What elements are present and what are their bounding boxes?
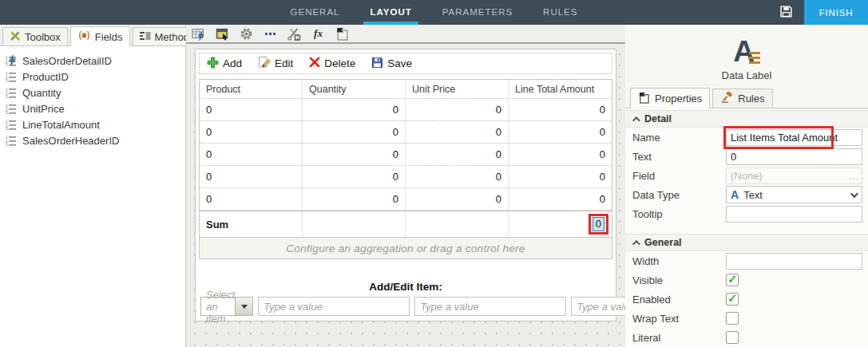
list-view-control: Add Edit Delete: [195, 49, 616, 321]
width-label: Width: [632, 255, 723, 267]
annotation-box: 0: [589, 214, 608, 235]
value-input-2[interactable]: [414, 297, 566, 316]
canvas-surface[interactable]: Add Edit Delete: [186, 44, 625, 347]
tab-properties[interactable]: Properties: [630, 88, 710, 108]
field-item-quantity[interactable]: 123 Quantity: [4, 85, 185, 101]
cell-product[interactable]: 0: [200, 144, 303, 165]
field-more-ellipsis[interactable]: ...: [849, 170, 858, 182]
column-header-unit-price[interactable]: Unit Price: [406, 80, 509, 98]
numbered-field-icon: 123: [6, 103, 18, 114]
field-item-salesorderheaderid[interactable]: 123 SalesOrderHeaderID: [4, 132, 185, 148]
field-label: SalesOrderDetailID: [22, 55, 112, 67]
cell-line-total[interactable]: 0: [509, 166, 612, 187]
cell-quantity[interactable]: 0: [303, 144, 406, 165]
width-input[interactable]: [726, 253, 862, 270]
cell-unit-price[interactable]: 0: [406, 99, 509, 120]
more-options-icon[interactable]: [264, 27, 277, 41]
field-item-salesorderdetailid[interactable]: 123 SalesOrderDetailID: [4, 53, 185, 69]
cell-quantity[interactable]: 0: [303, 121, 406, 143]
edit-pencil-icon: [258, 56, 271, 71]
properties-content: Detail Name Text Field: [625, 108, 868, 347]
numbered-field-icon: 123: [6, 71, 18, 82]
methods-icon: [140, 31, 151, 43]
property-row-tooltip: Tooltip: [625, 204, 868, 223]
cell-product[interactable]: 0: [200, 121, 303, 143]
row-save-button[interactable]: Save: [371, 57, 412, 71]
tab-rules[interactable]: RULES: [543, 0, 577, 25]
tab-toolbox[interactable]: Toolbox: [2, 27, 68, 45]
text-input[interactable]: [726, 148, 862, 165]
tooltip-input[interactable]: [726, 206, 862, 223]
fields-list: 123 SalesOrderDetailID 123 ProductID 123…: [0, 46, 185, 347]
wrap-text-label: Wrap Text: [632, 313, 723, 325]
visible-checkbox[interactable]: [726, 274, 739, 286]
cell-line-total[interactable]: 0: [509, 144, 612, 165]
tab-rules-panel[interactable]: Rules: [712, 89, 772, 108]
section-detail[interactable]: Detail: [625, 110, 868, 128]
sum-row: Sum 0: [200, 211, 612, 238]
dropdown-arrow-button[interactable]: [235, 298, 252, 315]
field-item-unitprice[interactable]: 123 UnitPrice: [4, 101, 185, 116]
value-input-1[interactable]: [258, 297, 410, 316]
cell-line-total[interactable]: 0: [509, 99, 612, 120]
field-item-linetotalamount[interactable]: 123 LineTotalAmount: [4, 116, 185, 132]
cell-product[interactable]: 0: [200, 166, 303, 187]
settings-gear-icon[interactable]: [240, 27, 253, 41]
numbered-field-key-icon: 123: [6, 55, 18, 66]
properties-tabs: Properties Rules: [625, 81, 868, 108]
cell-unit-price[interactable]: 0: [406, 121, 509, 143]
tab-fields[interactable]: Fields: [70, 26, 130, 46]
enabled-checkbox[interactable]: [726, 293, 739, 306]
item-select-placeholder: Select an item: [201, 298, 235, 315]
delete-button[interactable]: Delete: [309, 57, 355, 70]
cell-quantity[interactable]: 0: [303, 166, 406, 187]
add-button[interactable]: Add: [207, 57, 242, 71]
sum-total-data-label[interactable]: 0: [593, 217, 604, 231]
literal-checkbox[interactable]: [726, 331, 739, 344]
column-header-quantity[interactable]: Quantity: [303, 80, 406, 98]
tab-general[interactable]: GENERAL: [291, 0, 340, 25]
chevron-down-icon: [850, 190, 858, 198]
edit-button[interactable]: Edit: [258, 56, 293, 71]
change-control-icon[interactable]: [287, 27, 301, 41]
cell-quantity[interactable]: 0: [303, 188, 406, 210]
name-input[interactable]: [726, 129, 862, 146]
cell-line-total[interactable]: 0: [509, 188, 612, 210]
svg-text:3: 3: [6, 95, 8, 98]
table-row: 0 0 0 0: [200, 121, 612, 144]
section-general[interactable]: General: [625, 234, 868, 251]
property-row-visible: Visible: [625, 270, 868, 290]
add-edit-item-label: Add/Edit Item:: [199, 281, 612, 293]
paste-icon[interactable]: [335, 27, 349, 41]
main-area: Toolbox Fields Methods: [0, 25, 868, 347]
sum-cell-empty[interactable]: [303, 211, 406, 237]
column-header-line-total[interactable]: Line Total Amount: [509, 80, 612, 98]
cell-quantity[interactable]: 0: [303, 99, 406, 120]
cell-unit-price[interactable]: 0: [406, 188, 509, 210]
column-header-product[interactable]: Product: [200, 80, 303, 98]
cell-product[interactable]: 0: [200, 99, 303, 120]
datatype-select[interactable]: A Text: [726, 186, 862, 203]
tab-parameters[interactable]: PARAMETERS: [442, 0, 513, 25]
wrap-text-checkbox[interactable]: [726, 312, 739, 325]
generate-view-icon[interactable]: [192, 27, 205, 41]
save-button[interactable]: [768, 0, 804, 25]
edit-view-icon[interactable]: [216, 27, 229, 41]
chevron-down-icon: [241, 305, 248, 309]
expression-fx-icon[interactable]: fx: [311, 27, 325, 41]
top-navigation-bar: GENERAL LAYOUT PARAMETERS RULES FINISH: [0, 0, 868, 25]
cell-unit-price[interactable]: 0: [406, 144, 509, 165]
datatype-value: Text: [743, 189, 846, 201]
field-item-productid[interactable]: 123 ProductID: [4, 69, 185, 85]
cell-unit-price[interactable]: 0: [406, 166, 509, 187]
field-picker[interactable]: (None) ...: [726, 168, 862, 184]
fields-icon: [77, 30, 91, 43]
sum-cell-empty[interactable]: [406, 211, 509, 237]
aggregation-row[interactable]: Configure an aggregation or drag a contr…: [200, 238, 612, 258]
numbered-field-icon: 123: [6, 135, 18, 146]
cell-product[interactable]: 0: [200, 188, 303, 210]
item-select-dropdown[interactable]: Select an item: [200, 297, 253, 316]
finish-button[interactable]: FINISH: [804, 0, 868, 25]
cell-line-total[interactable]: 0: [509, 121, 612, 143]
tab-layout[interactable]: LAYOUT: [370, 0, 411, 25]
